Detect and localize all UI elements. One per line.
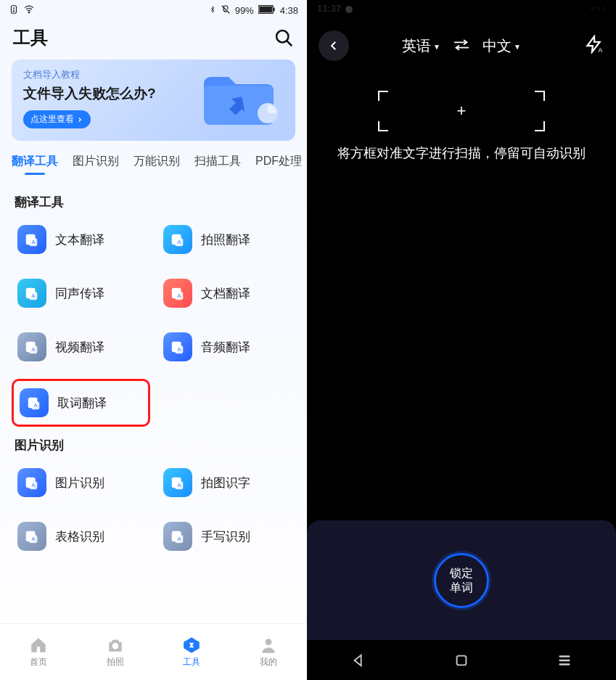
tool-doc-translate[interactable]: A文档翻译 [157,271,296,315]
tab-translate[interactable]: 翻译工具 [12,149,58,178]
content: 翻译工具 A文本翻译A拍照翻译A同声传译A文档翻译A视频翻译A音频翻译A取词翻译… [0,178,307,680]
scan-frame: + [378,91,545,131]
chevron-down-icon: ▼ [433,43,440,51]
svg-text:A: A [31,292,35,299]
battery-pct: 99% [235,5,254,16]
audio-translate-icon: A [163,332,192,361]
photo-to-text-icon: A [163,468,192,497]
image-recognize-icon: A [17,468,46,497]
word-pick-translate-icon: A [20,388,49,417]
svg-line-9 [287,41,291,45]
home-icon [29,636,48,655]
tool-handwriting-recognize[interactable]: A手写识别 [157,515,296,558]
table-recognize-icon: A [17,522,46,551]
svg-text:A: A [177,482,181,488]
text-translate-icon: A [17,225,46,254]
svg-text:A: A [177,292,181,299]
mute-icon [221,4,231,17]
tab-scan[interactable]: 扫描工具 [194,149,241,178]
tool-label: 取词翻译 [57,395,107,411]
scan-hint: 将方框对准文字进行扫描，停留可自动识别 [307,144,616,162]
lang-from: 英语▼ [402,36,440,56]
tabbar-camera[interactable]: 拍照 [106,636,125,668]
profile-icon [259,636,278,655]
tool-video-translate[interactable]: A视频翻译 [12,325,150,369]
section-title-image: 图片识别 [15,437,295,454]
search-icon[interactable] [274,28,294,48]
clock-text: 4:38 [280,5,298,16]
status-bar: 11:37 ▫ ▫ ▫ [307,0,616,17]
svg-point-47 [266,639,272,645]
realtime-translate-icon: A [17,279,46,308]
bottom-tabbar: 首页 拍照 工具 我的 [0,623,307,680]
video-translate-icon: A [17,332,46,361]
camera-bottom-panel: 锁定 单词 [307,520,616,640]
tab-pdf[interactable]: PDF处理 [255,149,302,178]
tabbar-tools[interactable]: 工具 [182,636,201,668]
nav-home-icon[interactable] [453,652,469,668]
language-selector[interactable]: 英语▼ 中文▼ [402,36,521,56]
battery-icon [258,5,276,16]
camera-icon [106,636,125,655]
chevron-down-icon: ▼ [514,43,521,51]
tab-universal[interactable]: 万能识别 [134,149,180,178]
punch-hole [345,6,353,13]
svg-point-44 [112,643,118,650]
handwriting-recognize-icon: A [163,522,192,551]
android-nav-bar [307,640,616,680]
tool-label: 图片识别 [55,475,104,491]
tool-audio-translate[interactable]: A音频翻译 [157,325,296,369]
category-tabs: 翻译工具 图片识别 万能识别 扫描工具 PDF处理 [0,149,307,178]
wifi-icon [23,4,35,17]
help-banner[interactable]: 文档导入教程 文件导入失败怎么办? 点这里查看 [12,60,295,141]
clock-text: 11:37 [317,3,341,14]
tools-icon [182,636,201,655]
tool-table-recognize[interactable]: A表格识别 [12,515,150,558]
svg-rect-6 [259,6,272,12]
camera-top-bar: 英语▼ 中文▼ A [307,17,616,75]
tabbar-home[interactable]: 首页 [29,636,48,668]
flash-button[interactable]: A [584,35,603,57]
svg-text:A: A [31,346,35,353]
tool-label: 文本翻译 [55,232,104,248]
tool-label: 视频翻译 [55,339,104,356]
tool-photo-translate[interactable]: A拍照翻译 [157,218,296,261]
lock-word-button[interactable]: 锁定 单词 [434,553,489,608]
svg-point-3 [28,12,30,13]
svg-rect-7 [273,7,274,11]
tool-text-translate[interactable]: A文本翻译 [12,218,150,261]
tool-realtime-translate[interactable]: A同声传译 [12,271,150,315]
tool-word-pick-translate[interactable]: A取词翻译 [12,379,150,427]
page-title: 工具 [13,26,48,49]
swap-icon[interactable] [453,38,469,54]
tool-photo-to-text[interactable]: A拍图识字 [157,461,296,504]
tool-label: 音频翻译 [201,339,250,356]
alert-icon [9,4,19,17]
svg-text:A: A [177,239,181,245]
tool-label: 文档翻译 [201,285,250,302]
svg-text:A: A [31,536,35,542]
nav-recent-icon[interactable] [557,652,572,668]
doc-translate-icon: A [163,279,192,308]
tabbar-profile[interactable]: 我的 [259,636,278,668]
back-button[interactable] [319,30,349,61]
svg-line-4 [221,5,229,13]
svg-text:A: A [177,346,181,353]
right-screenshot: 11:37 ▫ ▫ ▫ 英语▼ 中文▼ A + 将方框对准文字进行扫描，停留可自… [307,0,616,680]
tool-label: 手写识别 [201,528,250,545]
bluetooth-icon [209,4,216,17]
tab-image[interactable]: 图片识别 [73,149,119,178]
svg-point-2 [13,10,14,11]
tool-label: 表格识别 [55,528,104,545]
svg-text:A: A [177,536,181,542]
svg-text:A: A [31,239,35,245]
section-title-translate: 翻译工具 [15,194,295,210]
tool-label: 拍照翻译 [201,232,250,248]
svg-text:A: A [33,402,37,409]
nav-back-icon[interactable] [350,652,366,668]
svg-text:A: A [31,482,35,488]
tool-image-recognize[interactable]: A图片识别 [12,461,150,504]
photo-translate-icon: A [163,225,192,254]
banner-button[interactable]: 点这里查看 [23,110,91,128]
tool-label: 拍图识字 [201,475,250,491]
